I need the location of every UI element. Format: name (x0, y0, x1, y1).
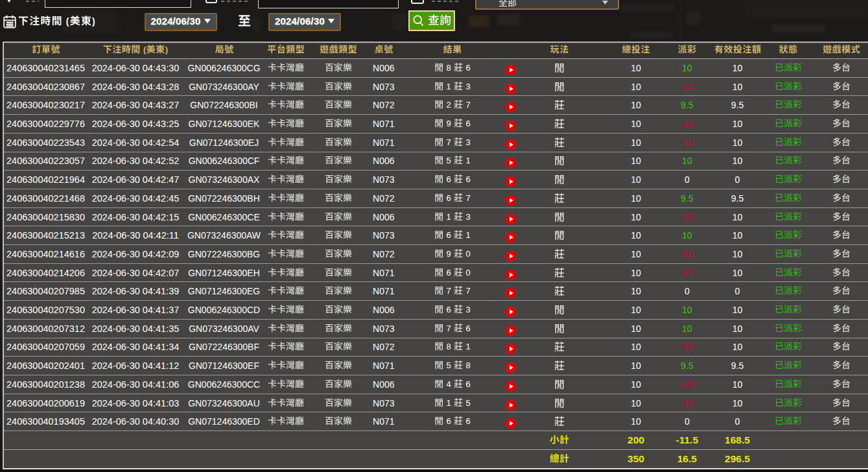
svg-text:6: 6 (466, 174, 471, 184)
svg-text:1: 1 (466, 230, 471, 240)
svg-text:): ) (165, 45, 168, 54)
svg-text:7: 7 (447, 324, 451, 333)
svg-text:3: 3 (466, 82, 471, 91)
svg-text:1: 1 (447, 398, 451, 408)
svg-text:6: 6 (447, 230, 451, 240)
svg-text:7: 7 (466, 100, 471, 110)
svg-text:(: ( (66, 16, 69, 27)
svg-text:(: ( (143, 45, 147, 54)
svg-text:9: 9 (447, 249, 451, 259)
svg-text:6: 6 (447, 174, 451, 184)
svg-text:7: 7 (466, 286, 471, 296)
svg-text:8: 8 (466, 360, 471, 370)
svg-text:7: 7 (447, 286, 451, 296)
svg-text:1: 1 (466, 156, 471, 165)
svg-text:8: 8 (447, 342, 451, 352)
svg-text:1: 1 (466, 342, 471, 352)
svg-text:6: 6 (466, 416, 471, 426)
svg-text:6: 6 (466, 119, 471, 128)
svg-text:5: 5 (447, 360, 451, 370)
svg-text:5: 5 (466, 398, 471, 408)
svg-text:7: 7 (466, 193, 471, 203)
svg-text:6: 6 (447, 268, 451, 277)
svg-text:): ) (92, 16, 95, 27)
svg-text:3: 3 (466, 137, 471, 147)
svg-text:6: 6 (466, 63, 471, 73)
svg-text:0: 0 (466, 268, 471, 277)
svg-text:6: 6 (447, 305, 451, 314)
svg-text:1: 1 (447, 82, 451, 91)
svg-text:8: 8 (447, 63, 451, 73)
svg-text:7: 7 (447, 137, 451, 147)
svg-text:4: 4 (447, 379, 451, 389)
svg-text:6: 6 (447, 416, 451, 426)
svg-text:1: 1 (447, 212, 451, 222)
svg-text:9: 9 (447, 119, 451, 128)
svg-text:6: 6 (466, 324, 471, 333)
svg-text:6: 6 (466, 379, 471, 389)
svg-text:5: 5 (447, 156, 451, 165)
svg-text:3: 3 (466, 212, 471, 222)
svg-text:0: 0 (466, 249, 471, 259)
svg-text:3: 3 (466, 305, 471, 314)
svg-text:6: 6 (447, 193, 451, 203)
svg-text:2: 2 (447, 100, 451, 110)
